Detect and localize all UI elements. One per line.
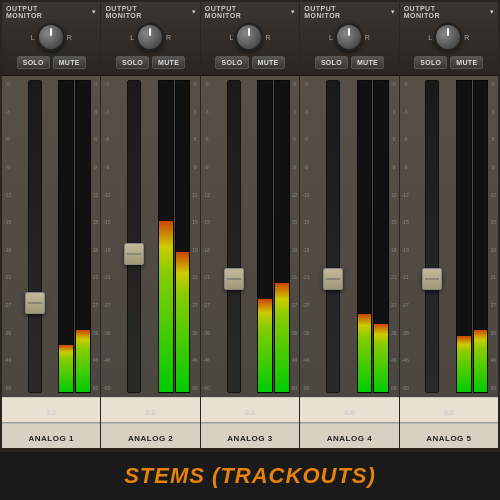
solo-mute-row-analog2: SOLO MUTE [116,53,185,72]
scale-label-analog3: -6 [204,137,208,142]
mute-button-analog2[interactable]: MUTE [152,56,185,69]
scale-label2-analog5: 46 [490,358,496,363]
fader-section-analog1 [13,80,56,393]
scale-label-analog1: -6 [5,137,9,142]
output-label-analog1: OUTPUT [6,5,38,12]
knob-analog1[interactable] [37,23,65,51]
scale-label-analog2: -15 [103,220,110,225]
fader-section-analog3 [212,80,255,393]
knob-row-analog2: L R [105,19,195,53]
lr-left-analog4: L [329,34,333,41]
knob-analog3[interactable] [235,23,263,51]
fader-handle-analog1[interactable] [25,292,45,314]
header-top-analog5: OUTPUT MONITOR ▾ [404,5,494,19]
meter-bar-right-analog5 [473,80,489,393]
scale-label-analog1: -9 [5,165,9,170]
fader-handle-analog3[interactable] [224,268,244,290]
scale-label-analog5: -36 [402,331,409,336]
meter-fill-right-analog3 [275,283,289,392]
scale-label-analog2: -6 [105,137,109,142]
value-display-analog4: 0.0 [345,409,355,416]
scale-label2-analog1: 6 [94,137,97,142]
channel-header-analog1: OUTPUT MONITOR ▾ L R SOLO MUTE [2,2,100,76]
knob-row-analog1: L R [6,19,96,53]
fader-track-analog4[interactable] [326,80,340,393]
scale-label2-analog2: 21 [192,275,198,280]
meter-bar-right-analog3 [274,80,290,393]
solo-button-analog2[interactable]: SOLO [116,56,149,69]
dropdown-arrow-analog5[interactable]: ▾ [490,8,494,16]
dropdown-arrow-analog4[interactable]: ▾ [391,8,395,16]
channel-name-bar-analog1: 3.2 [2,397,100,423]
scale-label-analog1: -46 [4,358,11,363]
bottom-label-bar: STEMS (TRACKOUTS) [0,450,500,500]
meter-fill-right-analog5 [474,330,488,392]
mute-button-analog3[interactable]: MUTE [252,56,285,69]
monitor-label-analog2: MONITOR [105,12,141,19]
channel-strip-analog1: OUTPUT MONITOR ▾ L R SOLO MUTE -0-3-6-9-… [2,2,101,448]
scale-label-analog1: -3 [5,110,9,115]
dropdown-arrow-analog3[interactable]: ▾ [291,8,295,16]
scale-label-analog3: -60 [203,386,210,391]
header-top-analog2: OUTPUT MONITOR ▾ [105,5,195,19]
scale-label2-analog4: 15 [391,220,397,225]
solo-button-analog1[interactable]: SOLO [17,56,50,69]
scale-label-analog1: -0 [5,82,9,87]
lr-right-analog2: R [166,34,171,41]
scale-label-analog5: -18 [402,248,409,253]
scale-label-analog4: -27 [302,303,309,308]
solo-button-analog4[interactable]: SOLO [315,56,348,69]
fader-handle-analog5[interactable] [422,268,442,290]
meter-fill-right-analog4 [374,324,388,392]
scale-label2-analog5: 18 [490,248,496,253]
fader-handle-analog2[interactable] [124,243,144,265]
fader-section-analog4 [311,80,354,393]
fader-track-analog3[interactable] [227,80,241,393]
scale-label-analog5: -12 [402,193,409,198]
scale-label2-analog3: 9 [293,165,296,170]
fader-track-analog5[interactable] [425,80,439,393]
fader-handle-analog4[interactable] [323,268,343,290]
meter-fill-left-analog5 [457,336,471,392]
meter-fill-left-analog2 [159,221,173,392]
scale-label-analog5: -3 [403,110,407,115]
fader-section-analog2 [113,80,156,393]
scale-label2-analog3: 46 [292,358,298,363]
scale-label2-analog4: 3 [392,110,395,115]
scale-label2-analog1: 60 [93,386,99,391]
meter-section-analog3 [257,80,289,393]
fader-track-analog1[interactable] [28,80,42,393]
scale-label2-analog5: 6 [492,137,495,142]
scale-label-analog5: -0 [403,82,407,87]
scale-label-analog1: -36 [4,331,11,336]
mute-button-analog5[interactable]: MUTE [450,56,483,69]
solo-mute-row-analog5: SOLO MUTE [414,53,483,72]
scale-label-analog1: -27 [4,303,11,308]
mute-button-analog1[interactable]: MUTE [53,56,86,69]
analog-name-bar-analog5: ANALOG 5 [400,423,498,448]
scale-label-analog3: -36 [203,331,210,336]
knob-row-analog3: L R [205,19,295,53]
knob-analog5[interactable] [434,23,462,51]
meter-bar-left-analog1 [58,80,74,393]
solo-button-analog3[interactable]: SOLO [215,56,248,69]
channel-strip-analog4: OUTPUT MONITOR ▾ L R SOLO MUTE -0-3-6-9-… [300,2,399,448]
fader-track-analog2[interactable] [127,80,141,393]
channel-header-analog5: OUTPUT MONITOR ▾ L R SOLO MUTE [400,2,498,76]
mute-button-analog4[interactable]: MUTE [351,56,384,69]
value-display-analog1: 3.2 [46,409,56,416]
header-top-analog3: OUTPUT MONITOR ▾ [205,5,295,19]
scale-label2-analog3: 60 [292,386,298,391]
knob-analog2[interactable] [136,23,164,51]
scale-label-analog2: -27 [103,303,110,308]
scale-label-analog3: -18 [203,248,210,253]
value-display-analog5: 0.0 [444,409,454,416]
meter-bar-right-analog4 [373,80,389,393]
lr-left-analog3: L [230,34,234,41]
scale-label2-analog5: 60 [490,386,496,391]
dropdown-arrow-analog2[interactable]: ▾ [192,8,196,16]
solo-button-analog5[interactable]: SOLO [414,56,447,69]
scale-label2-analog2: 46 [192,358,198,363]
knob-analog4[interactable] [335,23,363,51]
dropdown-arrow-analog1[interactable]: ▾ [92,8,96,16]
